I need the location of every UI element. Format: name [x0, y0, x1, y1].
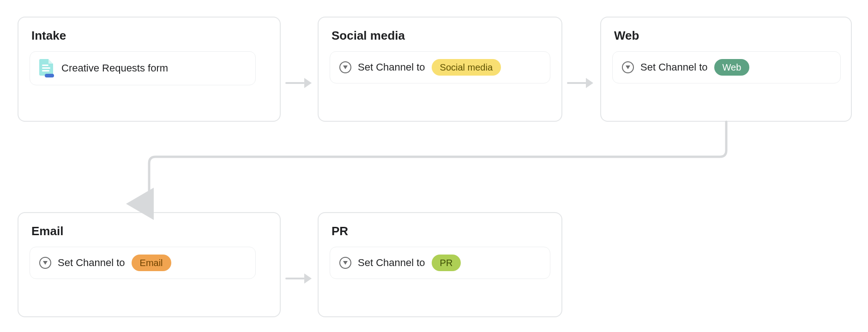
workflow-diagram: Intake Creative Requests form Social med…	[0, 0, 868, 332]
connector-line	[0, 0, 868, 332]
